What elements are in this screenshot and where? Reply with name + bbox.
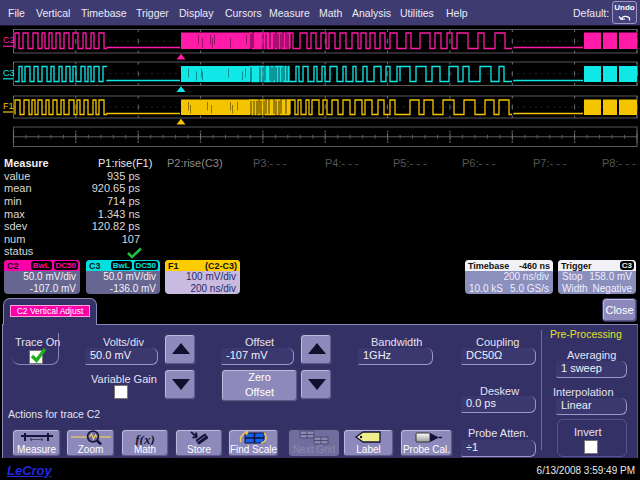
svg-text:F1: F1	[3, 101, 14, 111]
svg-text:C3: C3	[3, 68, 15, 78]
svg-text:C2: C2	[3, 35, 15, 45]
